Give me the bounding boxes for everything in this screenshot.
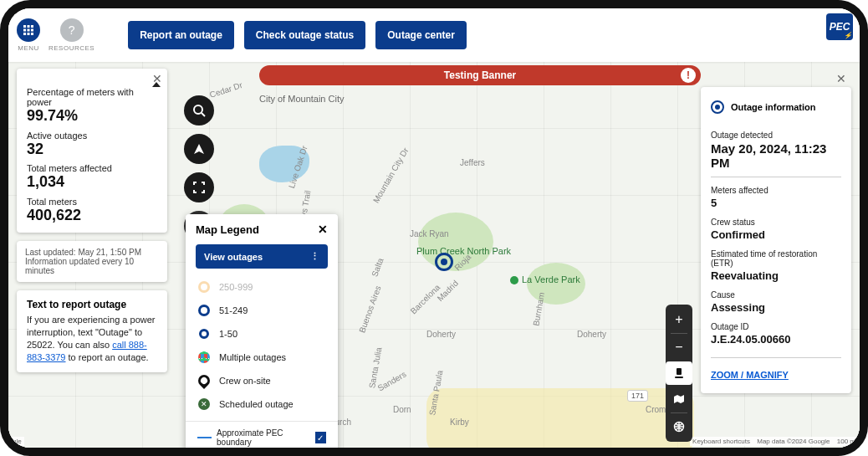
svg-marker-14 bbox=[674, 395, 684, 403]
map-street-label: Dorn bbox=[393, 405, 411, 414]
zoom-controls: + − bbox=[666, 305, 692, 442]
map-street-label: Doherty bbox=[577, 330, 606, 339]
info-title: Outage information bbox=[731, 102, 815, 112]
update-note: Information updated every 10 minutes bbox=[25, 257, 159, 275]
stat-label: Percentage of meters with power bbox=[27, 87, 135, 107]
last-updated: Last updated: May 21, 1:50 PM bbox=[25, 248, 159, 257]
svg-rect-8 bbox=[31, 33, 33, 35]
park-pin-icon bbox=[510, 276, 518, 284]
globe-button[interactable] bbox=[666, 415, 692, 438]
route-shield: 171 bbox=[627, 387, 648, 402]
etr-value: Reevaluating bbox=[711, 269, 841, 282]
boundary-checkbox[interactable]: ✓ bbox=[315, 432, 326, 443]
stat-value: 400,622 bbox=[27, 207, 157, 225]
boundary-line-icon bbox=[197, 437, 212, 438]
info-header: Outage information bbox=[711, 95, 841, 122]
map-street-label: Sanders bbox=[376, 369, 408, 392]
resources-button[interactable]: ? bbox=[60, 18, 84, 42]
svg-rect-4 bbox=[28, 29, 30, 32]
alert-banner: Testing Banner ! bbox=[259, 65, 701, 85]
fullscreen-button[interactable] bbox=[184, 172, 214, 202]
check-status-button[interactable]: Check outage status bbox=[244, 21, 365, 49]
svg-rect-1 bbox=[28, 25, 30, 28]
menu-button[interactable] bbox=[17, 18, 40, 42]
resources-col: ? RESOURCES bbox=[49, 18, 94, 52]
text-report-title: Text to report outage bbox=[27, 299, 157, 310]
stat-value: 32 bbox=[27, 141, 157, 159]
search-button[interactable] bbox=[184, 95, 214, 126]
crew-label: Crew status bbox=[711, 218, 841, 227]
stat-label: Total meters bbox=[27, 197, 157, 207]
legend-boundary: Approximate PEC boundary ✓ bbox=[186, 421, 338, 447]
banner-text: Testing Banner bbox=[444, 69, 516, 81]
locate-button[interactable] bbox=[184, 134, 214, 164]
brand-logo: PEC⚡ bbox=[826, 13, 853, 40]
report-outage-button[interactable]: Report an outage bbox=[128, 21, 234, 49]
more-icon: ⋮ bbox=[310, 251, 319, 262]
svg-point-9 bbox=[194, 105, 202, 114]
outage-center-button[interactable]: Outage center bbox=[375, 21, 467, 49]
stat-value: 99.74% bbox=[27, 107, 157, 126]
device-frame: MENU ? RESOURCES Report an outage Check … bbox=[0, 0, 868, 456]
legend-list: 250-999 51-249 1-50 Multiple outages Cre… bbox=[186, 275, 338, 416]
legend-item-scheduled: Scheduled outage bbox=[197, 392, 326, 416]
svg-rect-0 bbox=[23, 25, 26, 28]
map-street-label: Salta bbox=[370, 257, 385, 278]
stats-card: ✕ Percentage of meters with power 99.74%… bbox=[17, 69, 167, 233]
outage-marker-1-50[interactable] bbox=[435, 253, 453, 271]
map-street-label: Buenos Aires bbox=[357, 284, 382, 334]
top-bar: MENU ? RESOURCES Report an outage Check … bbox=[8, 8, 860, 62]
left-panels: ✕ Percentage of meters with power 99.74%… bbox=[17, 69, 167, 372]
resources-label: RESOURCES bbox=[49, 44, 94, 52]
zoom-out-button[interactable]: − bbox=[666, 336, 692, 359]
svg-rect-2 bbox=[31, 25, 33, 28]
stat-value: 1,034 bbox=[27, 173, 157, 192]
outage-info-panel: ✕ Outage information Outage detected May… bbox=[701, 69, 851, 393]
svg-rect-3 bbox=[23, 29, 26, 32]
map-park-label: Plum Creek North Park bbox=[416, 246, 511, 256]
meters-label: Meters affected bbox=[711, 186, 841, 195]
map-street-label: Jack Ryan bbox=[410, 229, 449, 238]
svg-rect-12 bbox=[677, 368, 682, 375]
layers-button[interactable] bbox=[666, 361, 692, 385]
outage-id-label: Outage ID bbox=[711, 322, 841, 331]
legend-item-250-999: 250-999 bbox=[197, 275, 326, 299]
map-street-label: Jeffers bbox=[460, 158, 485, 167]
map-type-button[interactable] bbox=[666, 387, 692, 411]
text-report-card: Text to report outage If you are experie… bbox=[17, 290, 167, 371]
map-park-label: La Verde Park bbox=[510, 274, 580, 284]
legend-item-51-249: 51-249 bbox=[197, 299, 326, 322]
screen: MENU ? RESOURCES Report an outage Check … bbox=[8, 8, 860, 448]
detected-value: May 20, 2024, 11:23 PM bbox=[711, 141, 841, 170]
crew-value: Confirmed bbox=[711, 228, 841, 241]
svg-rect-5 bbox=[31, 29, 33, 32]
close-icon[interactable]: ✕ bbox=[836, 72, 846, 85]
stat-label: Active outages bbox=[27, 131, 157, 141]
text-report-body: If you are experiencing a power interrup… bbox=[27, 314, 157, 363]
close-icon[interactable]: ✕ bbox=[318, 223, 328, 236]
legend-item-1-50: 1-50 bbox=[197, 322, 326, 346]
svg-rect-7 bbox=[28, 33, 30, 35]
updated-card: Last updated: May 21, 1:50 PM Informatio… bbox=[17, 241, 167, 282]
view-outages-button[interactable]: View outages ⋮ bbox=[196, 244, 328, 269]
svg-line-10 bbox=[202, 113, 205, 116]
chevron-up-icon[interactable] bbox=[152, 82, 161, 87]
zoom-in-button[interactable]: + bbox=[666, 308, 692, 331]
stat-label: Total meters affected bbox=[27, 163, 157, 173]
detected-label: Outage detected bbox=[711, 131, 841, 140]
outage-icon bbox=[711, 100, 724, 114]
google-badge: gle bbox=[10, 437, 24, 446]
etr-label: Estimated time of restoration (ETR) bbox=[711, 249, 841, 268]
svg-rect-13 bbox=[675, 377, 683, 378]
map-area[interactable]: Testing Banner ! City of Mountain City C… bbox=[8, 62, 860, 448]
map-city-label: City of Mountain City bbox=[259, 94, 344, 104]
zoom-magnify-link[interactable]: ZOOM / MAGNIFY bbox=[711, 370, 789, 380]
menu-label: MENU bbox=[18, 44, 39, 52]
alert-icon: ! bbox=[681, 68, 696, 83]
map-street-label: Mountain City Dr bbox=[371, 146, 411, 205]
map-street-label: Doherty bbox=[426, 330, 456, 339]
cause-value: Assessing bbox=[711, 301, 841, 314]
svg-marker-11 bbox=[194, 144, 204, 154]
legend-title: Map Legend bbox=[196, 223, 259, 236]
svg-rect-6 bbox=[23, 33, 26, 35]
